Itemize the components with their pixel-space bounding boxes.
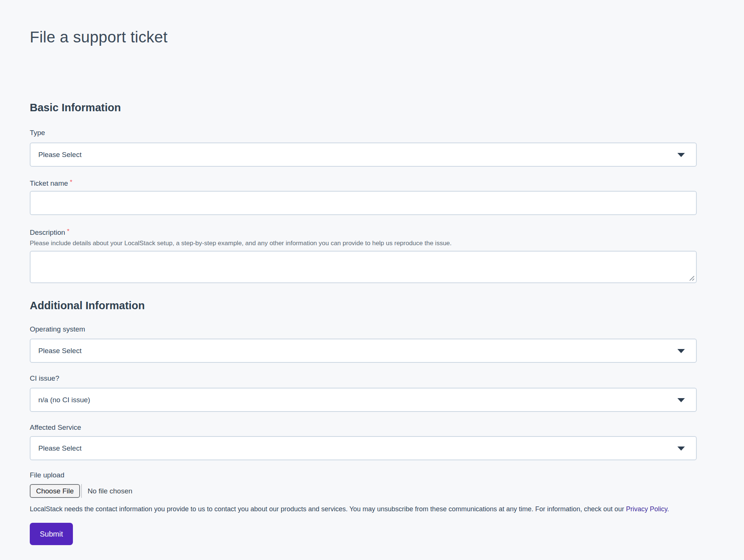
- affected-service-select[interactable]: Please Select: [30, 436, 697, 460]
- type-label: Type: [30, 128, 697, 137]
- ci-issue-select-value: n/a (no CI issue): [38, 396, 90, 404]
- resize-handle-icon[interactable]: [687, 273, 695, 281]
- dropdown-arrow-icon: [677, 398, 685, 402]
- dropdown-arrow-icon: [677, 153, 685, 157]
- privacy-policy-link[interactable]: Privacy Policy: [626, 505, 667, 513]
- submit-button[interactable]: Submit: [30, 523, 73, 545]
- file-chosen-status: No file chosen: [87, 487, 132, 495]
- ci-issue-select[interactable]: n/a (no CI issue): [30, 388, 697, 412]
- required-asterisk: *: [67, 228, 70, 235]
- description-textarea[interactable]: [30, 251, 697, 283]
- ci-issue-label: CI issue?: [30, 374, 697, 383]
- choose-file-button[interactable]: Choose File: [30, 484, 80, 498]
- required-asterisk: *: [70, 179, 73, 186]
- operating-system-label: Operating system: [30, 325, 697, 333]
- type-select[interactable]: Please Select: [30, 143, 697, 167]
- file-upload-control: Choose File No file chosen: [30, 484, 697, 498]
- description-label: Description*: [30, 227, 697, 237]
- type-select-value: Please Select: [38, 151, 81, 159]
- file-input-divider: [81, 484, 82, 498]
- page-title: File a support ticket: [30, 0, 697, 46]
- ticket-name-input[interactable]: [30, 191, 697, 215]
- file-upload-label: File upload: [30, 471, 697, 479]
- dropdown-arrow-icon: [677, 447, 685, 451]
- description-label-text: Description: [30, 228, 65, 236]
- description-help-text: Please include details about your LocalS…: [30, 239, 697, 247]
- affected-service-label: Affected Service: [30, 423, 697, 432]
- privacy-notice-text: LocalStack needs the contact information…: [30, 505, 626, 513]
- form-content: File a support ticket Basic Information …: [30, 0, 697, 545]
- operating-system-select-value: Please Select: [38, 347, 81, 355]
- ticket-name-label: Ticket name*: [30, 178, 697, 188]
- dropdown-arrow-icon: [677, 349, 685, 353]
- affected-service-select-value: Please Select: [38, 444, 81, 452]
- section-heading-additional-information: Additional Information: [30, 299, 697, 312]
- section-heading-basic-information: Basic Information: [30, 101, 697, 114]
- privacy-notice-suffix: .: [667, 505, 669, 513]
- support-ticket-page: File a support ticket Basic Information …: [0, 0, 744, 560]
- ticket-name-label-text: Ticket name: [30, 179, 68, 187]
- privacy-notice: LocalStack needs the contact information…: [30, 505, 697, 513]
- operating-system-select[interactable]: Please Select: [30, 339, 697, 363]
